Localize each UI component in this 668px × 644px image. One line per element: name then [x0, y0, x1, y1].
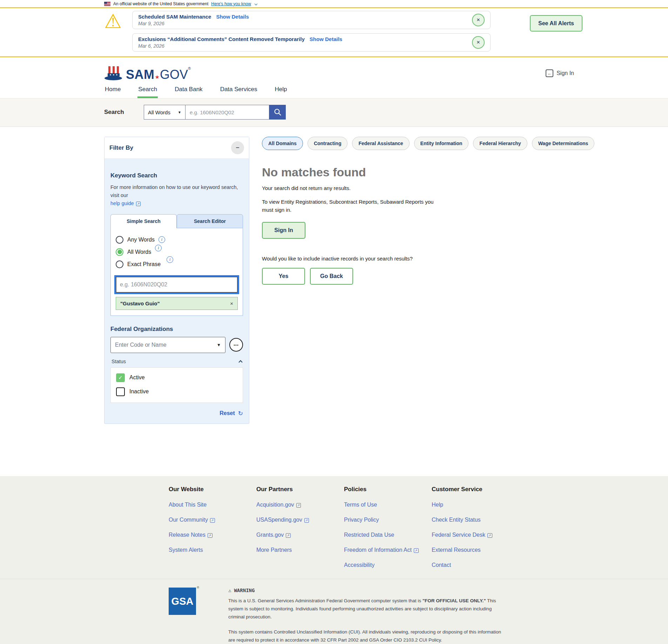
nav-item-data-services[interactable]: Data Services [220, 83, 258, 98]
footer-link-foia[interactable]: Freedom of Information Act↗ [344, 547, 432, 553]
how-you-know-link[interactable]: Here's how you know [211, 1, 251, 6]
nav-item-home[interactable]: Home [104, 83, 121, 98]
logo-star-icon: ★ [155, 74, 160, 80]
sign-in-icon: ← [546, 69, 553, 77]
reset-filters[interactable]: Reset ↻ [110, 410, 243, 417]
check-icon: ✓ [118, 374, 123, 381]
footer-link-usaspending-gov[interactable]: USASpending.gov↗ [256, 517, 344, 523]
info-icon[interactable]: i [155, 245, 162, 251]
footer-link-our-community[interactable]: Our Community↗ [169, 517, 256, 523]
no-matches-heading: No matches found [262, 165, 556, 179]
logo-sam-text: SAM [126, 68, 155, 81]
more-options-button[interactable]: ••• [229, 338, 243, 352]
tab-search-editor[interactable]: Search Editor [177, 214, 243, 228]
show-details-link[interactable]: Show Details [310, 36, 342, 42]
results-sign-in-button[interactable]: Sign In [262, 222, 305, 239]
footer-link-terms-of-use[interactable]: Terms of Use [344, 502, 432, 508]
warning-heading: WARNING [234, 588, 255, 593]
header-sign-in-link[interactable]: ← Sign In [546, 69, 574, 77]
radio-any-words-label: Any Words [127, 237, 155, 243]
federal-orgs-select[interactable]: Enter Code or Name ▼ [110, 337, 225, 353]
footer-link-grants-gov[interactable]: Grants.gov↗ [256, 532, 344, 538]
info-icon[interactable]: i [158, 236, 165, 243]
footer-link-check-entity-status[interactable]: Check Entity Status [432, 517, 519, 523]
search-submit-button[interactable] [269, 105, 286, 120]
sign-in-label: Sign In [556, 70, 574, 76]
domain-pill-federal-hierarchy[interactable]: Federal Hierarchy [473, 137, 527, 150]
footer-link-privacy-policy[interactable]: Privacy Policy [344, 517, 432, 523]
footer-link-release-notes[interactable]: Release Notes↗ [169, 532, 256, 538]
domain-filter-row: All Domains Contracting Federal Assistan… [262, 137, 556, 150]
active-checkbox[interactable]: ✓ [116, 373, 125, 382]
alert-title: Exclusions “Additional Comments” Content… [138, 36, 305, 42]
magnifier-icon [274, 108, 282, 116]
domain-pill-federal-assistance[interactable]: Federal Assistance [352, 137, 409, 150]
search-mode-select[interactable]: All Words ▼ [144, 105, 185, 120]
footer-link-more-partners[interactable]: More Partners [256, 547, 344, 553]
warning-paragraph-1: This is a U.S. General Services Administ… [228, 597, 509, 621]
footer-link-help[interactable]: Help [432, 502, 519, 508]
chevron-down-icon [255, 2, 257, 5]
alerts-section: ⚠ Scheduled SAM Maintenance Show Details… [0, 8, 668, 57]
domain-pill-wage-determinations[interactable]: Wage Determinations [532, 137, 595, 150]
gov-banner: An official website of the United States… [0, 0, 668, 8]
tab-simple-search[interactable]: Simple Search [110, 214, 177, 228]
alert-card: Scheduled SAM Maintenance Show Details M… [132, 11, 491, 29]
filter-panel: Filter By − Keyword Search For more info… [104, 137, 249, 424]
go-back-button[interactable]: Go Back [310, 268, 353, 285]
show-details-link[interactable]: Show Details [216, 14, 249, 20]
footer-link-restricted-data-use[interactable]: Restricted Data Use [344, 532, 432, 538]
footer-link-federal-service-desk[interactable]: Federal Service Desk↗ [432, 532, 519, 538]
yes-button[interactable]: Yes [262, 268, 305, 285]
external-link-icon: ↗ [487, 533, 492, 538]
keyword-input[interactable] [116, 277, 238, 293]
warning-triangle-icon: ⚠ [104, 12, 126, 31]
status-box: ✓ Active Inactive [110, 367, 243, 403]
keyword-search-box: Any Words i All Words i Exact Phrase i "… [110, 228, 243, 316]
footer-link-contact[interactable]: Contact [432, 562, 519, 568]
external-link-icon: ↗ [208, 533, 212, 538]
domain-pill-contracting[interactable]: Contracting [308, 137, 348, 150]
help-guide-link[interactable]: help guide↗ [110, 201, 141, 206]
collapse-filter-button[interactable]: − [231, 141, 244, 154]
radio-all-words[interactable] [116, 248, 123, 256]
info-icon[interactable]: i [167, 256, 173, 263]
status-inactive-option[interactable]: Inactive [116, 387, 237, 396]
alert-close-button[interactable]: × [472, 14, 485, 26]
alert-content: Scheduled SAM Maintenance Show Details M… [138, 14, 249, 26]
federal-orgs-placeholder: Enter Code or Name [115, 342, 167, 348]
nav-item-data-bank[interactable]: Data Bank [174, 83, 203, 98]
alert-content: Exclusions “Additional Comments” Content… [138, 36, 342, 49]
radio-any-words[interactable] [116, 236, 123, 244]
search-input[interactable] [185, 105, 269, 120]
domain-pill-entity-information[interactable]: Entity Information [414, 137, 469, 150]
close-icon: × [477, 39, 480, 46]
reset-icon: ↻ [238, 410, 243, 417]
footer-link-acquisition-gov[interactable]: Acquisition.gov↗ [256, 502, 344, 508]
see-all-alerts-button[interactable]: See All Alerts [530, 15, 582, 32]
status-active-option[interactable]: ✓ Active [116, 373, 237, 382]
domain-pill-all-domains[interactable]: All Domains [262, 137, 303, 150]
alert-card: Exclusions “Additional Comments” Content… [132, 33, 491, 52]
search-mode-value: All Words [148, 109, 170, 115]
nav-item-help[interactable]: Help [274, 83, 288, 98]
sam-gov-logo[interactable]: SAM ★ GOV ® [104, 66, 191, 81]
main-nav: Home Search Data Bank Data Services Help [0, 83, 668, 99]
gov-banner-text: An official website of the United States… [113, 1, 208, 6]
radio-exact-phrase[interactable] [116, 260, 123, 268]
footer-link-system-alerts[interactable]: System Alerts [169, 547, 256, 553]
alert-close-button[interactable]: × [472, 36, 485, 49]
nav-item-search[interactable]: Search [137, 83, 158, 98]
active-label: Active [129, 374, 145, 381]
alert-date: Mar 9, 2026 [138, 21, 249, 26]
footer-link-external-resources[interactable]: External Resources [432, 547, 519, 553]
inactive-checkbox[interactable] [116, 387, 125, 396]
chevron-up-icon[interactable] [238, 360, 242, 364]
search-band: Search All Words ▼ [0, 99, 668, 127]
footer-link-accessibility[interactable]: Accessibility [344, 562, 432, 568]
external-link-icon: ↗ [286, 533, 291, 538]
footer-link-about-this-site[interactable]: About This Site [169, 502, 256, 508]
chip-remove-icon[interactable]: × [230, 300, 233, 306]
status-heading: Status [112, 359, 126, 364]
caret-down-icon: ▼ [178, 110, 181, 114]
